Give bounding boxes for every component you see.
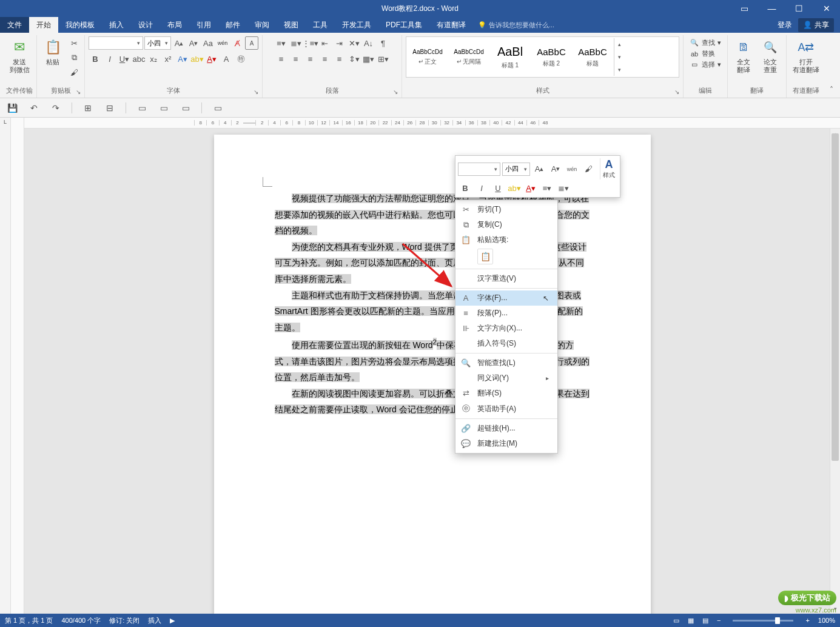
styles-dialog-launcher[interactable]: ↘ (674, 89, 682, 96)
mini-grow-font-button[interactable]: A▴ (532, 163, 546, 176)
highlight-button[interactable]: ab▾ (190, 52, 204, 65)
font-color-button[interactable]: A▾ (205, 52, 218, 65)
view-print-icon[interactable]: ▦ (688, 617, 694, 625)
distributed-button[interactable]: ≡ (333, 52, 346, 65)
style-normal[interactable]: AaBbCcDd ↵ 正文 (408, 38, 448, 76)
asian-layout-button[interactable]: ✕▾ (348, 36, 361, 50)
zoom-in-button[interactable]: + (805, 617, 809, 624)
style-heading1[interactable]: AaBl 标题 1 (490, 38, 530, 76)
context-smart-lookup[interactable]: 🔍智能查找(L) (455, 355, 557, 370)
show-marks-button[interactable]: ¶ (377, 36, 390, 50)
context-insert-symbol[interactable]: 插入符号(S) (455, 336, 557, 351)
decrease-indent-button[interactable]: ⇤ (318, 36, 332, 50)
context-synonyms[interactable]: 同义词(Y)▸ (455, 370, 557, 386)
login-link[interactable]: 登录 (778, 20, 792, 30)
qat-btn-3[interactable]: ▭ (136, 102, 148, 114)
phonetic-guide-button[interactable]: wén (216, 36, 229, 50)
qat-btn-6[interactable]: ▭ (212, 102, 224, 114)
mini-styles-button[interactable]: A 样式 (600, 158, 617, 179)
mini-highlight-button[interactable]: ab▾ (507, 181, 522, 195)
scrollbar-thumb[interactable] (832, 133, 839, 461)
strikethrough-button[interactable]: abc (132, 52, 146, 65)
scroll-down-icon[interactable]: ▾ (830, 603, 840, 614)
replace-button[interactable]: ab替换 (687, 49, 724, 59)
align-center-button[interactable]: ≡ (289, 52, 303, 65)
tab-pdf[interactable]: PDF工具集 (378, 17, 429, 33)
mini-phonetic-button[interactable]: wén (565, 163, 579, 176)
clear-formatting-button[interactable]: A̸ (230, 36, 244, 50)
styles-gallery[interactable]: AaBbCcDd ↵ 正文 AaBbCcDd ↵ 无间隔 AaBl 标题 1 A… (406, 36, 679, 78)
grow-font-button[interactable]: A▴ (172, 36, 186, 50)
context-font[interactable]: A字体(F)...↖ (455, 290, 557, 306)
horizontal-ruler[interactable]: 8 6 4 2 2 4 6 8 10 12 14 16 18 20 22 24 … (24, 118, 840, 129)
collapse-ribbon-icon[interactable]: ˄ (825, 35, 838, 98)
tab-youdao[interactable]: 有道翻译 (429, 17, 473, 33)
zoom-out-button[interactable]: − (717, 617, 721, 624)
style-title[interactable]: AaBbC 标题 (573, 38, 613, 76)
vertical-ruler[interactable] (11, 118, 24, 614)
underline-button[interactable]: U▾ (118, 52, 131, 65)
mini-format-painter-button[interactable]: 🖌 (581, 163, 596, 176)
mini-font-name-combo[interactable]: ▾ (458, 163, 500, 176)
status-macro-icon[interactable]: ▶ (170, 617, 175, 625)
tab-developer[interactable]: 开发工具 (335, 17, 378, 33)
sort-button[interactable]: A↓ (362, 36, 375, 50)
format-painter-button[interactable]: 🖌 (67, 65, 81, 79)
numbering-button[interactable]: ≣▾ (289, 36, 303, 50)
paste-keep-source-icon[interactable]: 📋 (477, 249, 493, 264)
context-paragraph[interactable]: ≡段落(P)... (455, 306, 557, 321)
status-insert[interactable]: 插入 (148, 616, 161, 625)
align-left-button[interactable]: ≡ (275, 52, 288, 65)
vertical-scrollbar[interactable]: ▴ ▾ (830, 129, 840, 614)
tab-references[interactable]: 引用 (189, 17, 218, 33)
copy-button[interactable]: ⧉ (67, 51, 81, 64)
align-right-button[interactable]: ≡ (304, 52, 317, 65)
shrink-font-button[interactable]: A▾ (187, 36, 200, 50)
clipboard-dialog-launcher[interactable]: ↘ (76, 89, 83, 96)
tab-mytemplates[interactable]: 我的模板 (58, 17, 102, 33)
line-spacing-button[interactable]: ⇕▾ (348, 52, 361, 65)
ruler-tab-selector[interactable]: L (0, 118, 11, 614)
font-size-combo[interactable]: 小四▾ (144, 36, 171, 50)
borders-button[interactable]: ⊞▾ (377, 52, 390, 65)
context-translate[interactable]: ⇄翻译(S) (455, 386, 557, 401)
status-page[interactable]: 第 1 页，共 1 页 (5, 616, 53, 625)
zoom-slider[interactable] (733, 620, 793, 622)
mini-bold-button[interactable]: B (458, 181, 472, 195)
style-heading2[interactable]: AaBbC 标题 2 (531, 38, 571, 76)
subscript-button[interactable]: x₂ (147, 52, 160, 65)
context-hyperlink[interactable]: 🔗超链接(H)... (455, 421, 557, 436)
context-copy[interactable]: ⧉复制(C) (455, 217, 557, 232)
enclose-button[interactable]: ㊕ (234, 52, 247, 65)
paste-button[interactable]: 📋 粘贴 (41, 36, 65, 67)
mini-font-size-combo[interactable]: 小四▾ (502, 163, 530, 176)
tab-review[interactable]: 审阅 (247, 17, 277, 33)
char-shading-button[interactable]: A (220, 52, 233, 65)
bullets-button[interactable]: ≡▾ (275, 36, 288, 50)
style-nospacing[interactable]: AaBbCcDd ↵ 无间隔 (449, 38, 489, 76)
status-words[interactable]: 400/400 个字 (61, 616, 101, 625)
document-canvas[interactable]: 8 6 4 2 2 4 6 8 10 12 14 16 18 20 22 24 … (24, 118, 840, 614)
superscript-button[interactable]: x² (161, 52, 175, 65)
mini-font-color-button[interactable]: A▾ (523, 181, 538, 195)
paragraph-dialog-launcher[interactable]: ↘ (393, 89, 400, 96)
fulltext-translate-button[interactable]: 🖺 全文 翻译 (731, 36, 756, 75)
context-text-direction[interactable]: ⊪文字方向(X)... (455, 321, 557, 336)
increase-indent-button[interactable]: ⇥ (333, 36, 346, 50)
context-new-comment[interactable]: 💬新建批注(M) (455, 436, 557, 451)
text-effects-button[interactable]: A▾ (176, 52, 189, 65)
find-button[interactable]: 🔍查找 ▾ (687, 38, 724, 48)
context-english-assistant[interactable]: ⓔ英语助手(A) (455, 401, 557, 417)
select-button[interactable]: ▭选择 ▾ (687, 59, 724, 70)
font-name-combo[interactable]: ▾ (89, 36, 143, 50)
mini-underline-button[interactable]: U (491, 181, 505, 195)
justify-button[interactable]: ≡ (318, 52, 332, 65)
mini-shrink-font-button[interactable]: A▾ (548, 163, 563, 176)
context-cut[interactable]: ✂剪切(T) (455, 202, 557, 217)
tab-mailings[interactable]: 邮件 (218, 17, 247, 33)
italic-button[interactable]: I (103, 52, 116, 65)
tab-tools[interactable]: 工具 (306, 17, 335, 33)
char-border-button[interactable]: A (245, 36, 258, 50)
styles-down-icon[interactable]: ▾ (614, 51, 624, 64)
font-dialog-launcher[interactable]: ↘ (254, 89, 261, 96)
